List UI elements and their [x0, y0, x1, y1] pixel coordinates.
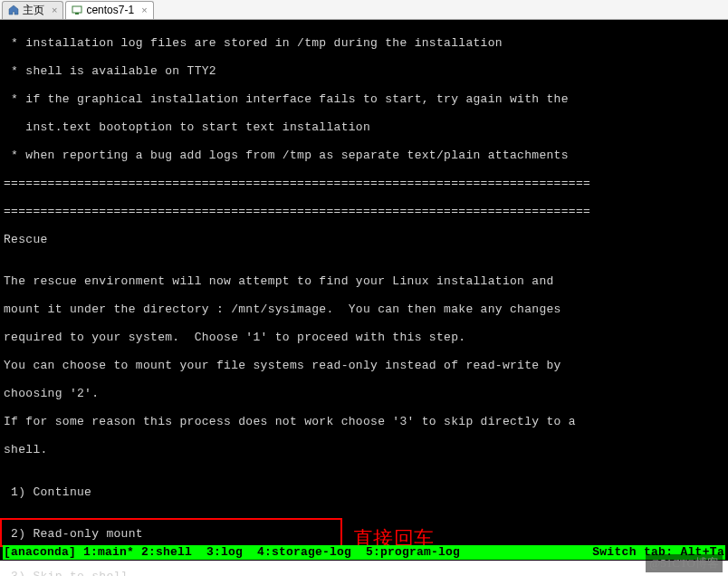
- tab-vm[interactable]: centos7-1 ×: [65, 1, 153, 19]
- watermark: @51CTO博客: [646, 554, 723, 572]
- tab-vm-label: centos7-1: [86, 4, 134, 16]
- text-line: * shell is available on TTY2: [4, 64, 724, 79]
- text-line: mount it under the directory : /mnt/sysi…: [4, 302, 724, 317]
- divider-line: ========================================…: [4, 177, 724, 191]
- annotation-text: 直接回车: [353, 532, 434, 546]
- menu-option: 1) Continue: [4, 485, 724, 500]
- tab-home-label: 主页: [23, 3, 44, 18]
- text-line: required to your system. Choose '1' to p…: [4, 331, 724, 345]
- divider-line: ========================================…: [4, 205, 724, 219]
- close-icon[interactable]: ×: [141, 5, 147, 15]
- text-line: * if the graphical installation interfac…: [4, 92, 724, 107]
- text-line: * installation log files are stored in /…: [4, 36, 724, 51]
- section-title: Rescue: [4, 233, 724, 247]
- tab-bar: 主页 × centos7-1 ×: [0, 0, 728, 20]
- text-line: inst.text bootoption to start text insta…: [4, 120, 724, 135]
- status-left: [anaconda] 1:main* 2:shell 3:log 4:stora…: [4, 545, 460, 560]
- terminal-output[interactable]: * installation log files are stored in /…: [0, 20, 728, 561]
- close-icon[interactable]: ×: [52, 5, 57, 15]
- home-icon: [8, 5, 19, 15]
- svg-rect-0: [72, 6, 81, 13]
- text-line: You can choose to mount your file system…: [4, 359, 724, 373]
- svg-rect-1: [75, 13, 79, 14]
- tmux-status-bar: [anaconda] 1:main* 2:shell 3:log 4:stora…: [3, 545, 725, 560]
- monitor-icon: [72, 5, 82, 15]
- tab-home[interactable]: 主页 ×: [2, 1, 63, 19]
- text-line: If for some reason this process does not…: [4, 415, 724, 429]
- menu-option: 3) Skip to shell: [4, 570, 724, 577]
- text-line: shell.: [4, 443, 724, 457]
- text-line: The rescue environment will now attempt …: [4, 274, 724, 289]
- text-line: choosing '2'.: [4, 387, 724, 401]
- text-line: * when reporting a bug add logs from /tm…: [4, 149, 724, 163]
